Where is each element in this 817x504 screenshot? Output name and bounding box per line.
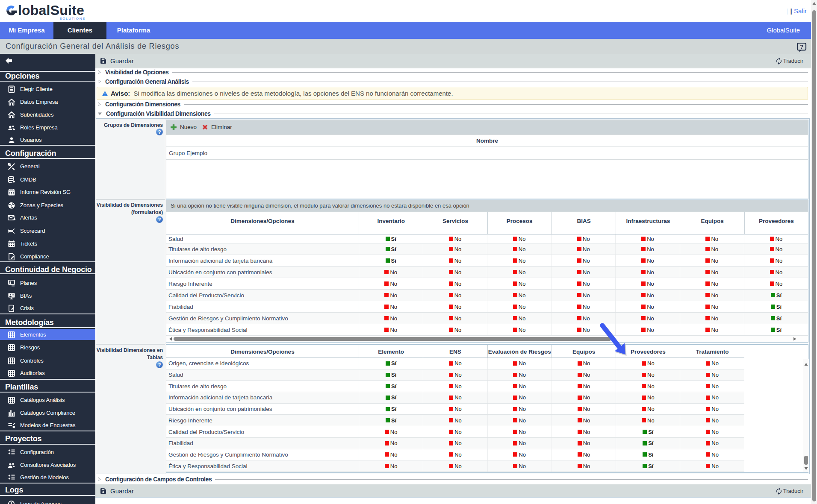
svg-text:?: ? <box>800 44 803 50</box>
